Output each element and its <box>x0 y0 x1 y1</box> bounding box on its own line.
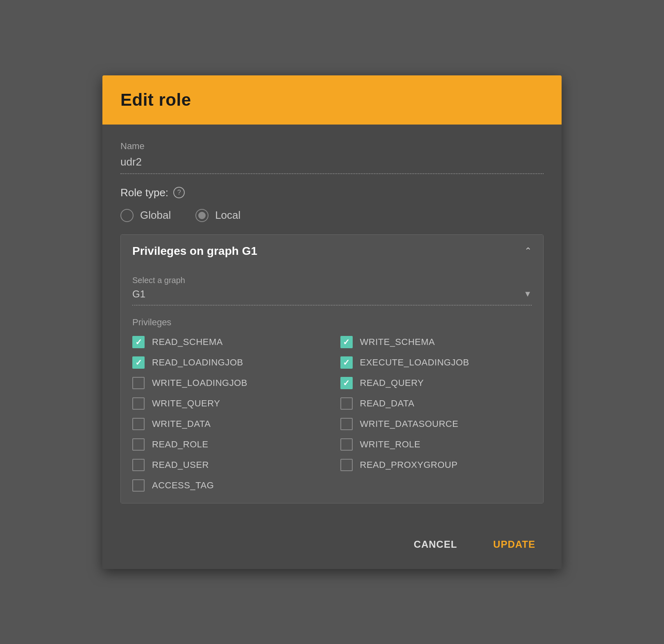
checkbox-read-query-box[interactable]: ✓ <box>340 377 353 389</box>
checkbox-write-loadingjob[interactable]: WRITE_LOADINGJOB <box>132 377 324 389</box>
checkbox-write-loadingjob-label: WRITE_LOADINGJOB <box>152 378 247 388</box>
radio-global-label: Global <box>140 209 171 222</box>
checkbox-read-user[interactable]: READ_USER <box>132 459 324 471</box>
checkbox-read-loadingjob[interactable]: ✓ READ_LOADINGJOB <box>132 356 324 369</box>
checkbox-access-tag[interactable]: ACCESS_TAG <box>132 479 324 492</box>
graph-select[interactable]: G1 ▼ <box>132 288 532 300</box>
checkbox-read-proxygroup-label: READ_PROXYGROUP <box>360 460 458 470</box>
checkbox-read-data-label: READ_DATA <box>360 398 415 409</box>
name-field: Name udr2 <box>120 141 544 174</box>
checkbox-read-query-label: READ_QUERY <box>360 378 424 388</box>
privileges-header[interactable]: Privileges on graph G1 ⌃ <box>121 235 543 268</box>
checkbox-read-loadingjob-label: READ_LOADINGJOB <box>152 357 243 368</box>
checkbox-write-datasource-label: WRITE_DATASOURCE <box>360 419 459 429</box>
checkbox-write-role[interactable]: WRITE_ROLE <box>340 438 532 451</box>
checkbox-write-data-box[interactable] <box>132 418 145 430</box>
radio-global[interactable]: Global <box>120 209 171 222</box>
privileges-title: Privileges on graph G1 <box>132 245 257 258</box>
checkbox-read-role-label: READ_ROLE <box>152 439 208 450</box>
privileges-label: Privileges <box>132 317 532 328</box>
checkbox-read-schema[interactable]: ✓ READ_SCHEMA <box>132 336 324 348</box>
help-icon[interactable]: ? <box>173 187 185 198</box>
checkbox-execute-loadingjob-box[interactable]: ✓ <box>340 356 353 369</box>
checkbox-read-query[interactable]: ✓ READ_QUERY <box>340 377 532 389</box>
radio-global-outer[interactable] <box>120 209 134 222</box>
radio-group: Global Local <box>120 209 544 222</box>
checkbox-read-schema-box[interactable]: ✓ <box>132 336 145 348</box>
checkbox-access-tag-label: ACCESS_TAG <box>152 480 214 491</box>
dropdown-arrow-icon: ▼ <box>523 289 532 299</box>
checkbox-write-loadingjob-box[interactable] <box>132 377 145 389</box>
checkbox-access-tag-box[interactable] <box>132 479 145 492</box>
checkbox-read-data-box[interactable] <box>340 397 353 410</box>
cancel-button[interactable]: CANCEL <box>406 535 465 554</box>
checkbox-write-schema-box[interactable]: ✓ <box>340 336 353 348</box>
privileges-body: Select a graph G1 ▼ Privileges ✓ <box>121 268 543 503</box>
select-graph-label: Select a graph <box>132 276 532 285</box>
checkbox-write-data[interactable]: WRITE_DATA <box>132 418 324 430</box>
checkbox-read-schema-label: READ_SCHEMA <box>152 337 223 347</box>
checkboxes-grid: ✓ READ_SCHEMA ✓ WRITE_SCHEMA ✓ <box>132 336 532 492</box>
role-type-section: Role type: ? Global Local <box>120 186 544 222</box>
radio-local-outer[interactable] <box>195 209 208 222</box>
checkbox-execute-loadingjob-label: EXECUTE_LOADINGJOB <box>360 357 469 368</box>
privileges-section: Privileges on graph G1 ⌃ Select a graph … <box>120 234 544 503</box>
dialog-header: Edit role <box>102 75 562 125</box>
checkbox-read-role-box[interactable] <box>132 438 145 451</box>
dialog-title: Edit role <box>120 90 544 110</box>
chevron-up-icon: ⌃ <box>524 246 532 256</box>
checkbox-read-proxygroup-box[interactable] <box>340 459 353 471</box>
checkbox-write-datasource-box[interactable] <box>340 418 353 430</box>
checkbox-read-user-box[interactable] <box>132 459 145 471</box>
checkbox-write-query-label: WRITE_QUERY <box>152 398 220 409</box>
checkbox-read-role[interactable]: READ_ROLE <box>132 438 324 451</box>
graph-selected-value: G1 <box>132 288 145 300</box>
checkbox-write-query-box[interactable] <box>132 397 145 410</box>
dialog-footer: CANCEL UPDATE <box>102 520 562 569</box>
checkbox-write-datasource[interactable]: WRITE_DATASOURCE <box>340 418 532 430</box>
radio-local[interactable]: Local <box>195 209 240 222</box>
role-type-label: Role type: ? <box>120 186 544 199</box>
edit-role-dialog: Edit role Name udr2 Role type: ? Global <box>102 75 562 569</box>
checkbox-read-loadingjob-box[interactable]: ✓ <box>132 356 145 369</box>
name-value: udr2 <box>120 156 544 174</box>
checkbox-write-schema[interactable]: ✓ WRITE_SCHEMA <box>340 336 532 348</box>
checkbox-write-query[interactable]: WRITE_QUERY <box>132 397 324 410</box>
checkbox-execute-loadingjob[interactable]: ✓ EXECUTE_LOADINGJOB <box>340 356 532 369</box>
name-label: Name <box>120 141 544 152</box>
radio-local-inner <box>198 212 206 219</box>
checkbox-read-data[interactable]: READ_DATA <box>340 397 532 410</box>
checkbox-write-role-box[interactable] <box>340 438 353 451</box>
checkbox-read-proxygroup[interactable]: READ_PROXYGROUP <box>340 459 532 471</box>
dialog-body: Name udr2 Role type: ? Global <box>102 125 562 503</box>
checkbox-write-schema-label: WRITE_SCHEMA <box>360 337 435 347</box>
radio-local-label: Local <box>215 209 240 222</box>
graph-select-wrapper: G1 ▼ <box>132 288 532 306</box>
checkbox-write-data-label: WRITE_DATA <box>152 419 211 429</box>
update-button[interactable]: UPDATE <box>485 535 544 554</box>
checkbox-read-user-label: READ_USER <box>152 460 209 470</box>
checkbox-write-role-label: WRITE_ROLE <box>360 439 421 450</box>
